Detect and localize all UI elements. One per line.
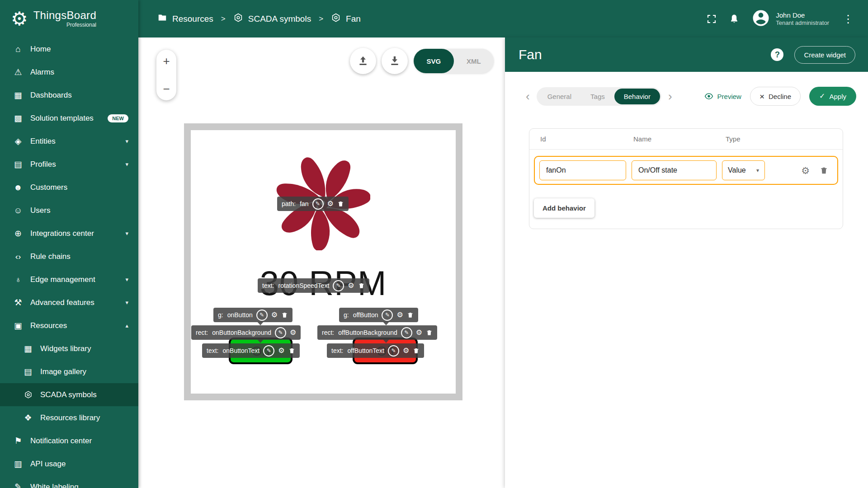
settings-gear-icon[interactable]: ⚙ (348, 282, 354, 289)
table-header: Id Name Type (529, 129, 843, 150)
sidebar-item-dashboards[interactable]: ▦ Dashboards (0, 84, 138, 107)
symbol-canvas[interactable]: 30 RPM On Off path:fan ✎ ⚙ text:rotati (184, 123, 462, 400)
edit-pencil-icon[interactable]: ✎ (333, 280, 344, 291)
xml-tab[interactable]: XML (454, 49, 494, 73)
sidebar-item-white-labeling[interactable]: ✎ White labeling (0, 475, 138, 488)
trash-icon[interactable] (407, 311, 414, 319)
settings-gear-icon[interactable]: ⚙ (416, 329, 422, 336)
trash-icon[interactable] (358, 282, 365, 289)
tag-pointer (383, 322, 389, 325)
sidebar-item-entities[interactable]: ◈ Entities ▾ (0, 130, 138, 153)
behavior-delete-icon[interactable] (820, 166, 828, 175)
trash-icon[interactable] (426, 329, 433, 336)
settings-gear-icon[interactable]: ⚙ (271, 311, 278, 319)
behavior-table-card: Id Name Type Value ▾ ⚙ (529, 128, 843, 229)
breadcrumb-separator: > (319, 14, 323, 23)
settings-gear-icon[interactable]: ⚙ (278, 347, 284, 354)
edit-pencil-icon[interactable]: ✎ (401, 327, 412, 338)
preview-button[interactable]: Preview (704, 92, 741, 101)
trash-icon[interactable] (288, 347, 295, 354)
sidebar-item-profiles[interactable]: ▤ Profiles ▾ (0, 153, 138, 176)
column-header-name: Name (633, 135, 726, 143)
chevron-down-icon: ▾ (125, 138, 128, 145)
sidebar-item-rule-chains[interactable]: ‹› Rule chains (0, 245, 138, 268)
chevron-down-icon: ▾ (125, 276, 128, 283)
kebab-menu-icon[interactable]: ⋮ (841, 13, 855, 25)
zoom-out-button[interactable]: − (163, 83, 170, 95)
white-labeling-icon: ✎ (12, 482, 24, 488)
edit-pencil-icon[interactable]: ✎ (382, 310, 393, 321)
edit-pencil-icon[interactable]: ✎ (275, 327, 286, 338)
sidebar-item-resources[interactable]: ▣ Resources ▴ (0, 314, 138, 337)
behavior-name-input[interactable] (632, 160, 717, 180)
sidebar-item-edge-management[interactable]: ♁ Edge management ▾ (0, 268, 138, 291)
decline-button[interactable]: × Decline (750, 87, 801, 106)
profiles-icon: ▤ (12, 159, 24, 169)
sidebar-item-customers[interactable]: ☻ Customers (0, 176, 138, 199)
folder-icon (157, 13, 167, 25)
create-widget-button[interactable]: Create widget (794, 46, 855, 64)
sidebar-item-notification-center[interactable]: ⚑ Notification center (0, 429, 138, 452)
breadcrumb-resources[interactable]: Resources (157, 13, 213, 25)
zoom-in-button[interactable]: + (163, 55, 170, 67)
tab-tags[interactable]: Tags (581, 89, 614, 104)
svg-tab[interactable]: SVG (414, 49, 454, 73)
element-tag-on-button: g:onButton ✎ ⚙ (213, 308, 292, 322)
sidebar-item-alarms[interactable]: ⚠ Alarms (0, 61, 138, 84)
tools-icon: ⚒ (12, 297, 24, 308)
edit-pencil-icon[interactable]: ✎ (312, 198, 324, 210)
tab-general[interactable]: General (538, 89, 581, 104)
brand-logo[interactable]: ⚙ ThingsBoard Professional (0, 0, 138, 38)
tab-behavior[interactable]: Behavior (614, 89, 660, 104)
help-icon[interactable]: ? (771, 48, 783, 61)
sidebar-item-home[interactable]: ⌂ Home (0, 38, 138, 61)
sidebar-item-widgets-library[interactable]: ▦ Widgets library (0, 337, 138, 360)
tabs-scroll-left-icon[interactable]: ‹ (525, 90, 531, 102)
download-button[interactable] (382, 48, 408, 74)
top-header: Resources > SCADA symbols > Fan (138, 0, 868, 38)
sidebar-item-api-usage[interactable]: ▥ API usage (0, 452, 138, 475)
edit-pencil-icon[interactable]: ✎ (388, 345, 399, 357)
settings-gear-icon[interactable]: ⚙ (290, 329, 296, 336)
notifications-bell-icon[interactable] (729, 14, 740, 24)
sidebar-item-resources-library[interactable]: ❖ Resources library (0, 406, 138, 429)
sidebar-item-advanced-features[interactable]: ⚒ Advanced features ▾ (0, 291, 138, 314)
sidebar-item-integrations-center[interactable]: ⊕ Integrations center ▾ (0, 222, 138, 245)
sidebar-item-image-gallery[interactable]: ▤ Image gallery (0, 360, 138, 383)
user-menu[interactable]: John Doe Tenant administrator (751, 9, 829, 29)
sidebar-item-users[interactable]: ☺ Users (0, 199, 138, 222)
trash-icon[interactable] (281, 311, 288, 319)
scada-icon (331, 13, 341, 25)
trash-icon[interactable] (413, 347, 420, 354)
behavior-type-select[interactable]: Value ▾ (722, 160, 765, 180)
apply-button[interactable]: ✓ Apply (809, 87, 856, 106)
customers-icon: ☻ (12, 183, 24, 192)
image-icon: ▤ (22, 366, 34, 377)
edit-pencil-icon[interactable]: ✎ (263, 345, 274, 357)
sidebar-item-scada-symbols[interactable]: SCADA symbols (0, 383, 138, 406)
tag-pointer (383, 339, 389, 343)
sidebar-item-solution-templates[interactable]: ▩ Solution templates NEW (0, 107, 138, 130)
settings-gear-icon[interactable]: ⚙ (396, 311, 403, 319)
fullscreen-icon[interactable] (706, 14, 717, 24)
tab-group: General Tags Behavior (537, 87, 661, 106)
edit-pencil-icon[interactable]: ✎ (256, 310, 268, 321)
scada-icon (233, 13, 243, 25)
chevron-up-icon: ▴ (125, 322, 128, 329)
settings-gear-icon[interactable]: ⚙ (403, 347, 409, 354)
behavior-settings-icon[interactable]: ⚙ (801, 166, 810, 175)
svg-xml-toggle: SVG XML (414, 49, 494, 73)
upload-button[interactable] (350, 48, 376, 74)
users-icon: ☺ (12, 206, 24, 216)
settings-gear-icon[interactable]: ⚙ (327, 200, 334, 207)
tabs-scroll-right-icon[interactable]: › (667, 90, 673, 102)
behavior-id-input[interactable] (539, 160, 626, 180)
add-behavior-button[interactable]: Add behavior (534, 198, 594, 218)
breadcrumb-fan[interactable]: Fan (331, 13, 361, 25)
widgets-icon: ▦ (22, 343, 34, 354)
user-name: John Doe (776, 11, 829, 20)
sidebar-nav: ⌂ Home ⚠ Alarms ▦ Dashboards ▩ Solution … (0, 38, 138, 488)
trash-icon[interactable] (337, 200, 344, 207)
brand-subtitle: Professional (33, 22, 96, 28)
breadcrumb-scada-symbols[interactable]: SCADA symbols (233, 13, 311, 25)
